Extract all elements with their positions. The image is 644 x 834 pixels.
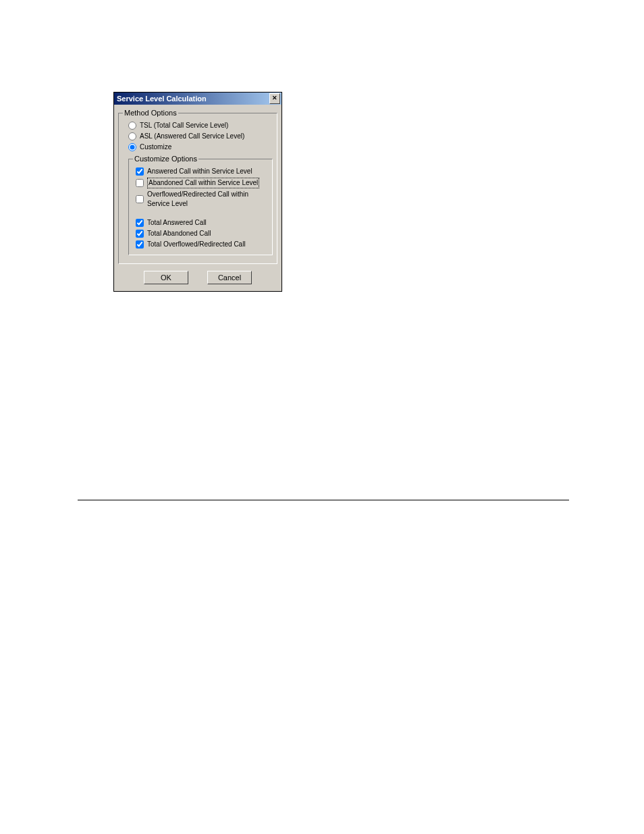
radio-row-customize: Customize [123, 142, 273, 152]
check-abandoned-within[interactable] [136, 179, 144, 187]
check-row-total-answered: Total Answered Call [133, 218, 268, 228]
check-row-abandoned-within: Abandoned Call within Service Level [133, 178, 268, 188]
radio-asl[interactable] [128, 132, 136, 140]
radio-tsl[interactable] [128, 122, 136, 130]
check-total-abandoned[interactable] [136, 230, 144, 238]
close-icon: ✕ [272, 95, 277, 101]
ok-button[interactable]: OK [144, 271, 188, 284]
radio-customize[interactable] [128, 143, 136, 151]
spacer [133, 210, 268, 217]
button-row: OK Cancel [118, 268, 277, 287]
label-customize: Customize [140, 142, 171, 152]
check-overflow-within[interactable] [136, 195, 144, 203]
check-answered-within[interactable] [136, 167, 144, 176]
check-row-total-abandoned: Total Abandoned Call [133, 229, 268, 238]
label-answered-within: Answered Call within Service Level [147, 167, 252, 176]
check-row-answered-within: Answered Call within Service Level [133, 167, 268, 176]
method-options-group: Method Options TSL (Total Call Service L… [118, 109, 277, 264]
radio-row-tsl: TSL (Total Call Service Level) [123, 121, 273, 130]
horizontal-rule [78, 500, 569, 500]
check-row-overflow-within: Overflowed/Redirected Call within Servic… [133, 190, 268, 209]
label-tsl: TSL (Total Call Service Level) [140, 121, 228, 130]
check-total-answered[interactable] [136, 219, 144, 227]
label-total-answered: Total Answered Call [147, 218, 207, 228]
cancel-button[interactable]: Cancel [207, 271, 252, 284]
label-total-overflow: Total Overflowed/Redirected Call [147, 240, 246, 249]
title-bar[interactable]: Service Level Calculation ✕ [114, 93, 281, 105]
label-abandoned-within: Abandoned Call within Service Level [147, 178, 259, 188]
close-button[interactable]: ✕ [269, 93, 280, 104]
dialog-title: Service Level Calculation [117, 93, 207, 105]
dialog-body: Method Options TSL (Total Call Service L… [114, 105, 281, 291]
label-overflow-within: Overflowed/Redirected Call within Servic… [147, 190, 268, 209]
check-total-overflow[interactable] [136, 240, 144, 249]
customize-options-group: Customize Options Answered Call within S… [128, 155, 273, 255]
label-asl: ASL (Answered Call Service Level) [140, 132, 244, 141]
method-options-legend: Method Options [123, 109, 178, 117]
label-total-abandoned: Total Abandoned Call [147, 229, 211, 238]
radio-row-asl: ASL (Answered Call Service Level) [123, 132, 273, 141]
customize-options-legend: Customize Options [133, 155, 198, 163]
check-row-total-overflow: Total Overflowed/Redirected Call [133, 240, 268, 249]
service-level-dialog: Service Level Calculation ✕ Method Optio… [113, 92, 282, 292]
